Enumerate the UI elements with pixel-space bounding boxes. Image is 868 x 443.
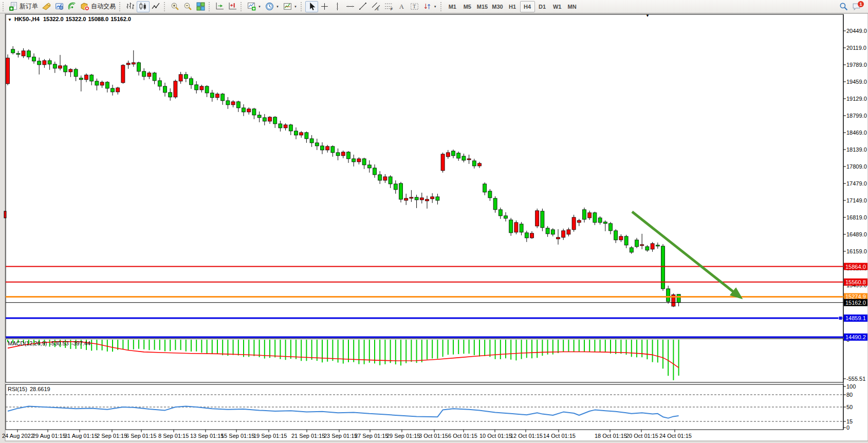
- macd-name: MACD(12,26,9): [8, 340, 47, 346]
- tf-m5[interactable]: M5: [460, 1, 475, 12]
- svg-text:17479.0: 17479.0: [846, 180, 867, 187]
- notification-badge: 1: [858, 1, 864, 7]
- zoom-out-icon: [183, 2, 192, 11]
- vline-button[interactable]: [331, 1, 344, 12]
- dropdown-caret-icon[interactable]: ▼: [276, 5, 279, 8]
- chart-open-value: 15322.0: [43, 16, 64, 22]
- templates-button[interactable]: ▼: [281, 1, 299, 12]
- macd-signal-value: -397.44: [71, 340, 90, 346]
- tf-h1-label: H1: [509, 4, 516, 10]
- cursor-button[interactable]: [305, 1, 318, 12]
- candle-chart-button[interactable]: [137, 1, 150, 12]
- auto-scroll-button[interactable]: [213, 1, 226, 12]
- market-watch-button[interactable]: [53, 1, 66, 12]
- svg-text:20449.0: 20449.0: [846, 28, 867, 34]
- svg-text:27 Sep 01:15: 27 Sep 01:15: [355, 433, 388, 439]
- trendline-icon: [359, 2, 367, 11]
- tf-m1[interactable]: M1: [445, 1, 460, 12]
- svg-text:24 Oct 01:15: 24 Oct 01:15: [659, 433, 692, 439]
- text-label-icon: T: [410, 2, 419, 11]
- tile-windows-button[interactable]: [194, 1, 207, 12]
- tf-d1-label: D1: [539, 4, 546, 10]
- tf-mn[interactable]: MN: [565, 1, 580, 12]
- new-order-button-label: 新订单: [20, 2, 38, 11]
- hline-button[interactable]: [344, 1, 357, 12]
- dropdown-caret-icon[interactable]: ▼: [434, 5, 437, 8]
- fibonacci-button[interactable]: F: [382, 1, 395, 12]
- periods-button[interactable]: ▼: [263, 1, 281, 12]
- arrows-button[interactable]: ▼: [421, 1, 439, 12]
- svg-text:19 Sep 01:15: 19 Sep 01:15: [253, 433, 287, 439]
- line-chart-button[interactable]: [150, 1, 162, 12]
- svg-text:15864.0: 15864.0: [845, 264, 866, 270]
- svg-text:6 Oct 01:15: 6 Oct 01:15: [448, 433, 477, 439]
- zoom-in-button[interactable]: [169, 1, 181, 12]
- toolbar-grip: [241, 2, 244, 11]
- metaeditor-icon: [42, 2, 51, 11]
- svg-text:18 Oct 01:15: 18 Oct 01:15: [595, 433, 627, 439]
- tf-h1[interactable]: H1: [505, 1, 520, 12]
- tf-m15[interactable]: M15: [475, 1, 490, 12]
- notifications-button[interactable]: 1: [850, 1, 863, 12]
- svg-text:17809.0: 17809.0: [846, 163, 867, 170]
- svg-text:0: 0: [846, 424, 849, 431]
- tf-w1[interactable]: W1: [550, 1, 565, 12]
- autotrading-button[interactable]: 自动交易: [79, 1, 118, 12]
- svg-text:-555.51: -555.51: [846, 376, 865, 382]
- svg-text:21 Sep 01:15: 21 Sep 01:15: [291, 433, 325, 439]
- dropdown-caret-icon[interactable]: ▼: [258, 5, 261, 8]
- candle-chart-icon: [139, 2, 147, 11]
- channel-button[interactable]: E: [370, 1, 382, 12]
- search-button[interactable]: [837, 1, 850, 12]
- chart-shift-icon: [228, 2, 237, 11]
- text-label-button[interactable]: T: [408, 1, 421, 12]
- metaeditor-button[interactable]: [40, 1, 53, 12]
- svg-text:19459.0: 19459.0: [846, 79, 867, 85]
- rsi-indicator-label: RSI(15)28.6619: [8, 386, 53, 392]
- line-handle[interactable]: [839, 316, 842, 320]
- trendline-button[interactable]: [357, 1, 370, 12]
- crosshair-button[interactable]: [318, 1, 331, 12]
- svg-text:50: 50: [846, 404, 853, 410]
- tf-h4-label: H4: [524, 4, 531, 10]
- main-toolbar: 新订单自动交易▼▼▼EFAT▼M1M5M15M30H1H4D1W1MN1: [0, 0, 868, 13]
- search-icon: [839, 2, 848, 11]
- main-price-pane: [6, 14, 843, 338]
- svg-text:18469.0: 18469.0: [846, 130, 867, 136]
- svg-text:6 Sep 01:15: 6 Sep 01:15: [126, 433, 156, 439]
- svg-text:19789.0: 19789.0: [846, 62, 867, 68]
- market-watch-icon: [55, 2, 64, 11]
- macd-indicator-label: MACD(12,26,9)-530.53-397.44: [8, 340, 93, 346]
- chart-canvas[interactable]: 20449.020119.019789.019459.019129.018799…: [0, 0, 868, 443]
- tf-h4[interactable]: H4: [520, 1, 535, 12]
- chart-shift-button[interactable]: [226, 1, 239, 12]
- svg-text:23 Sep 01:15: 23 Sep 01:15: [324, 433, 357, 439]
- new-chart-button[interactable]: ▼: [245, 1, 263, 12]
- new-order-icon: [9, 2, 18, 11]
- cursor-icon: [307, 2, 316, 11]
- zoom-out-button[interactable]: [181, 1, 194, 12]
- tf-m30[interactable]: M30: [490, 1, 505, 12]
- text-button[interactable]: A: [395, 1, 408, 12]
- svg-text:15: 15: [846, 418, 853, 424]
- svg-text:2 Sep 01:15: 2 Sep 01:15: [97, 433, 127, 439]
- svg-text:T: T: [413, 4, 416, 9]
- tf-mn-label: MN: [568, 4, 577, 10]
- svg-text:16159.0: 16159.0: [846, 248, 867, 254]
- signals-button[interactable]: [66, 1, 79, 12]
- hline-icon: [346, 2, 355, 11]
- tf-d1[interactable]: D1: [535, 1, 550, 12]
- tf-m15-label: M15: [477, 4, 488, 10]
- new-order-button[interactable]: 新订单: [7, 1, 40, 12]
- bar-chart-button[interactable]: [124, 1, 137, 12]
- svg-text:14859.1: 14859.1: [845, 315, 866, 321]
- templates-icon: [283, 2, 292, 11]
- arrows-tool-icon: [423, 2, 432, 11]
- signals-icon: [68, 2, 77, 11]
- periods-icon: [265, 2, 274, 11]
- svg-text:18799.0: 18799.0: [846, 113, 867, 119]
- dropdown-caret-icon[interactable]: ▼: [294, 5, 297, 8]
- indicator-collapse-icon[interactable]: ▼: [645, 13, 650, 18]
- chart-dropdown-icon[interactable]: ▼: [8, 17, 12, 22]
- svg-text:15162.0: 15162.0: [845, 300, 866, 306]
